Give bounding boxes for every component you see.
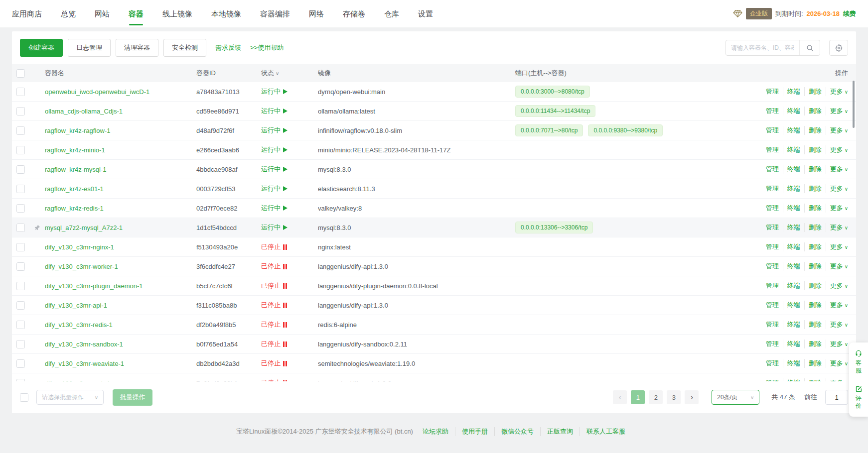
footer-link[interactable]: 使用手册 [455, 427, 494, 436]
terminal-link[interactable]: 终端 [783, 204, 804, 213]
row-checkbox[interactable] [16, 88, 25, 96]
container-name-link[interactable]: dify_v130_c3mr-redis-1 [45, 321, 113, 329]
delete-link[interactable]: 删除 [804, 87, 826, 96]
terminal-link[interactable]: 终端 [783, 126, 804, 135]
nav-tab[interactable]: 设置 [418, 0, 433, 27]
manage-link[interactable]: 管理 [766, 184, 783, 193]
delete-link[interactable]: 删除 [804, 242, 826, 251]
container-name-link[interactable]: ragflow_kr4z-redis-1 [45, 205, 104, 212]
row-checkbox[interactable] [16, 340, 25, 348]
batch-operation-select[interactable]: 请选择批量操作 ∨ [36, 390, 104, 405]
rate-feedback-button[interactable]: 评价 [855, 385, 863, 410]
nav-tab[interactable]: 容器 [129, 0, 144, 27]
terminal-link[interactable]: 终端 [783, 107, 804, 115]
row-checkbox[interactable] [16, 301, 25, 310]
create-container-button[interactable]: 创建容器 [20, 39, 63, 57]
delete-link[interactable]: 删除 [804, 204, 826, 213]
terminal-link[interactable]: 终端 [783, 165, 804, 174]
nav-tab[interactable]: 容器编排 [260, 0, 290, 27]
status-filter-chevron-icon[interactable]: ∨ [276, 71, 279, 76]
more-link[interactable]: 更多 ∨ [826, 340, 848, 348]
terminal-link[interactable]: 终端 [783, 262, 804, 271]
more-link[interactable]: 更多 ∨ [826, 242, 848, 251]
select-all-checkbox[interactable] [16, 69, 25, 78]
nav-tab[interactable]: 线上镜像 [162, 0, 192, 27]
terminal-link[interactable]: 终端 [783, 359, 804, 368]
manage-link[interactable]: 管理 [766, 340, 783, 348]
manage-link[interactable]: 管理 [766, 359, 783, 368]
manage-link[interactable]: 管理 [766, 262, 783, 271]
prev-page-button[interactable]: ‹ [613, 390, 627, 404]
container-name-link[interactable]: dify_v130_c3mr-weaviate-1 [45, 360, 124, 367]
delete-link[interactable]: 删除 [804, 107, 826, 115]
page-number[interactable]: 1 [631, 390, 645, 404]
more-link[interactable]: 更多 ∨ [826, 87, 848, 96]
delete-link[interactable]: 删除 [804, 223, 826, 232]
terminal-link[interactable]: 终端 [783, 281, 804, 290]
more-link[interactable]: 更多 ∨ [826, 165, 848, 174]
more-link[interactable]: 更多 ∨ [826, 320, 848, 329]
page-size-select[interactable]: 20条/页 ∨ [712, 390, 759, 405]
batch-operation-button[interactable]: 批量操作 [113, 389, 152, 406]
container-name-link[interactable]: dify_v130_c3mr-plugin_daemon-1 [45, 282, 143, 290]
manage-link[interactable]: 管理 [766, 320, 783, 329]
row-checkbox[interactable] [16, 185, 25, 193]
manage-link[interactable]: 管理 [766, 126, 783, 135]
more-link[interactable]: 更多 ∨ [826, 223, 848, 232]
terminal-link[interactable]: 终端 [783, 87, 804, 96]
manage-link[interactable]: 管理 [766, 145, 783, 154]
more-link[interactable]: 更多 ∨ [826, 145, 848, 154]
log-manage-button[interactable]: 日志管理 [68, 39, 111, 57]
delete-link[interactable]: 删除 [804, 301, 826, 310]
search-icon[interactable] [799, 40, 820, 55]
terminal-link[interactable]: 终端 [783, 340, 804, 348]
container-name-link[interactable]: ragflow_kr4z-es01-1 [45, 185, 104, 193]
manage-link[interactable]: 管理 [766, 87, 783, 96]
container-name-link[interactable]: ragflow_kr4z-ragflow-1 [45, 127, 111, 134]
row-checkbox[interactable] [16, 107, 25, 115]
row-checkbox[interactable] [16, 321, 25, 329]
clean-container-button[interactable]: 清理容器 [116, 39, 158, 57]
delete-link[interactable]: 删除 [804, 126, 826, 135]
row-checkbox[interactable] [16, 204, 25, 213]
security-check-button[interactable]: 安全检测 [163, 39, 206, 57]
nav-tab[interactable]: 仓库 [384, 0, 399, 27]
delete-link[interactable]: 删除 [804, 359, 826, 368]
delete-link[interactable]: 删除 [804, 281, 826, 290]
row-checkbox[interactable] [16, 262, 25, 271]
more-link[interactable]: 更多 ∨ [826, 126, 848, 135]
container-name-link[interactable]: dify_v130_c3mr-worker-1 [45, 263, 118, 270]
nav-tab[interactable]: 网站 [95, 0, 110, 27]
terminal-link[interactable]: 终端 [783, 184, 804, 193]
manage-link[interactable]: 管理 [766, 204, 783, 213]
renew-link[interactable]: 续费 [843, 9, 856, 18]
nav-tab[interactable]: 网络 [309, 0, 324, 27]
container-name-link[interactable]: ragflow_kr4z-mysql-1 [45, 166, 107, 173]
footer-link[interactable]: 论坛求助 [416, 427, 455, 436]
batch-select-all-checkbox[interactable] [20, 393, 28, 402]
row-checkbox[interactable] [16, 243, 25, 251]
container-name-link[interactable]: dify_v130_c3mr-sandbox-1 [45, 340, 123, 348]
terminal-link[interactable]: 终端 [783, 242, 804, 251]
more-link[interactable]: 更多 ∨ [826, 281, 848, 290]
manage-link[interactable]: 管理 [766, 165, 783, 174]
more-link[interactable]: 更多 ∨ [826, 204, 848, 213]
customer-service-button[interactable]: 客服 [855, 349, 863, 374]
more-link[interactable]: 更多 ∨ [826, 301, 848, 310]
page-number[interactable]: 3 [667, 390, 681, 404]
more-link[interactable]: 更多 ∨ [826, 184, 848, 193]
nav-tab[interactable]: 本地镜像 [211, 0, 241, 27]
row-checkbox[interactable] [16, 146, 25, 154]
more-link[interactable]: 更多 ∨ [826, 107, 848, 115]
row-checkbox[interactable] [16, 126, 25, 135]
manage-link[interactable]: 管理 [766, 281, 783, 290]
nav-tab[interactable]: 应用商店 [12, 0, 42, 27]
delete-link[interactable]: 删除 [804, 262, 826, 271]
container-name-link[interactable]: openwebui_iwcd-openwebui_iwcD-1 [45, 88, 149, 96]
goto-page-input[interactable] [825, 390, 848, 405]
container-name-link[interactable]: ollama_cdjs-ollama_Cdjs-1 [45, 108, 123, 115]
manage-link[interactable]: 管理 [766, 107, 783, 115]
terminal-link[interactable]: 终端 [783, 145, 804, 154]
footer-link[interactable]: 微信公众号 [494, 427, 540, 436]
row-checkbox[interactable] [16, 224, 25, 232]
